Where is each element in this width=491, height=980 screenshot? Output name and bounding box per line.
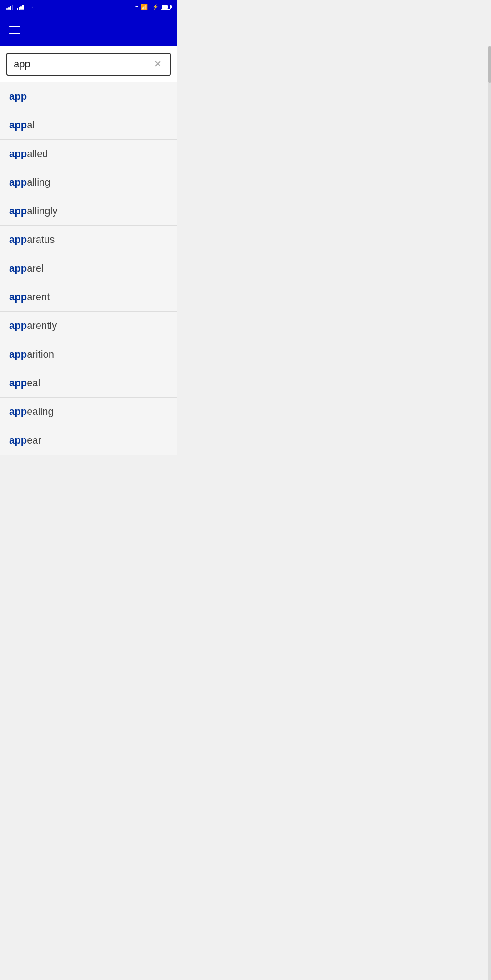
result-highlight: app xyxy=(9,377,27,389)
result-highlight: app xyxy=(9,406,27,418)
result-highlight: app xyxy=(9,434,27,446)
results-list: appappalappalledappallingappallinglyappa… xyxy=(0,82,177,455)
hamburger-line-2 xyxy=(9,30,20,31)
result-item[interactable]: apparently xyxy=(0,312,177,340)
result-rest: ealing xyxy=(27,406,54,418)
result-rest: eal xyxy=(27,377,40,389)
status-left: ··· xyxy=(6,4,33,10)
wifi-icon: 📶 xyxy=(140,4,148,10)
result-item[interactable]: appeal xyxy=(0,369,177,398)
result-item[interactable]: apparatus xyxy=(0,226,177,254)
result-item[interactable]: appal xyxy=(0,111,177,140)
signal-lte xyxy=(17,4,24,10)
result-highlight: app xyxy=(9,320,27,332)
result-rest: allingly xyxy=(27,205,57,217)
result-rest: aratus xyxy=(27,234,55,246)
battery-icon-container xyxy=(161,5,171,10)
status-bar: ··· 📶 ⚡ xyxy=(0,0,177,14)
result-item[interactable]: appear xyxy=(0,426,177,455)
lte-badge xyxy=(135,6,138,7)
search-input-wrapper[interactable]: ✕ xyxy=(6,53,171,76)
result-highlight: app xyxy=(9,119,27,131)
search-box-container: ✕ xyxy=(0,46,177,82)
result-item[interactable]: appalling xyxy=(0,168,177,197)
battery-fill xyxy=(162,5,168,9)
result-rest: alling xyxy=(27,177,50,188)
dots-menu: ··· xyxy=(29,4,33,10)
clear-button[interactable]: ✕ xyxy=(152,59,164,69)
result-highlight: app xyxy=(9,148,27,160)
battery-icon xyxy=(161,5,171,10)
result-rest: ear xyxy=(27,434,41,446)
result-item[interactable]: appallingly xyxy=(0,197,177,226)
result-rest: arition xyxy=(27,349,54,360)
hamburger-line-1 xyxy=(9,26,20,27)
result-item[interactable]: app xyxy=(0,82,177,111)
result-rest: al xyxy=(27,119,35,131)
result-rest: arently xyxy=(27,320,57,332)
result-rest: alled xyxy=(27,148,48,160)
result-rest: arel xyxy=(27,263,44,274)
app-header xyxy=(0,14,177,46)
result-highlight: app xyxy=(9,177,27,188)
result-highlight: app xyxy=(9,349,27,360)
result-item[interactable]: apparent xyxy=(0,283,177,312)
result-item[interactable]: appalled xyxy=(0,140,177,168)
hamburger-line-3 xyxy=(9,33,20,34)
result-highlight: app xyxy=(9,234,27,246)
result-item[interactable]: appealing xyxy=(0,398,177,426)
result-highlight: app xyxy=(9,291,27,303)
status-right: 📶 ⚡ xyxy=(135,4,171,10)
search-input[interactable] xyxy=(14,58,152,70)
result-item[interactable]: apparition xyxy=(0,340,177,369)
result-item[interactable]: apparel xyxy=(0,254,177,283)
result-highlight: app xyxy=(9,91,27,102)
result-highlight: app xyxy=(9,263,27,274)
result-rest: arent xyxy=(27,291,50,303)
result-highlight: app xyxy=(9,205,27,217)
hamburger-menu-button[interactable] xyxy=(9,26,20,34)
charging-icon: ⚡ xyxy=(152,4,159,10)
signal-4g xyxy=(6,4,13,10)
